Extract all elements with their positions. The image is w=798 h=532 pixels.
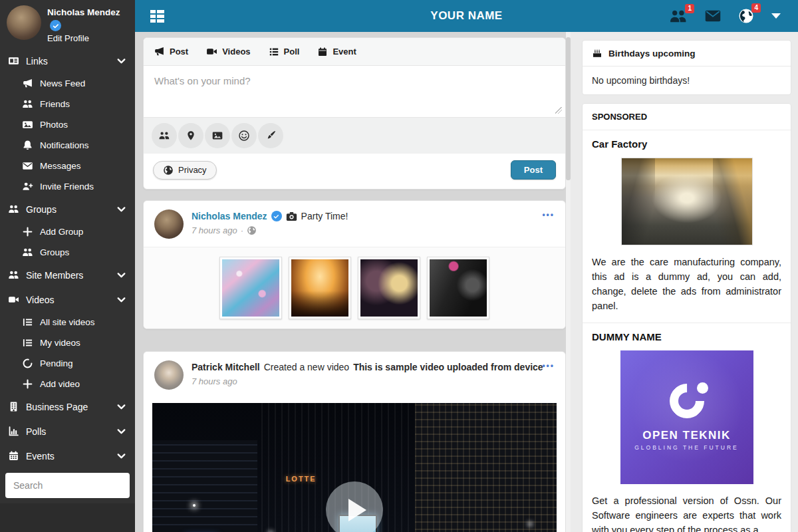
sidebar-item-add-group[interactable]: Add Group [0,221,135,242]
sidebar-item-photos[interactable]: Photos [0,114,135,135]
calendar-icon [317,47,328,57]
feed-scrollbar[interactable] [566,32,571,532]
section-label: Business Page [26,402,88,412]
sidebar-section-polls[interactable]: Polls [0,419,135,444]
ad-title[interactable]: Car Factory [583,130,791,155]
sidebar-item-news-feed[interactable]: News Feed [0,73,135,94]
sidebar-section-videos[interactable]: Videos [0,287,135,312]
right-sidebar: Birthdays upcoming No upcoming birthdays… [571,32,798,532]
add-location-button[interactable] [178,123,203,148]
post-author-avatar[interactable] [154,360,184,390]
friend-requests-icon[interactable]: 1 [669,9,688,23]
post-photo-2[interactable] [289,257,351,319]
sidebar-item-all-site-videos[interactable]: All site videos [0,312,135,332]
verified-badge-icon [271,211,282,221]
submit-post-button[interactable]: Post [511,160,556,180]
logo-title: OPEN TEKNIK [642,429,731,442]
tab-videos[interactable]: Videos [206,46,250,57]
video-camera-icon [8,294,19,305]
privacy-label: Privacy [178,165,207,175]
post-video-title[interactable]: This is sample video uploaded from devic… [353,362,543,372]
globe-privacy-icon [247,225,257,235]
composer-toolbar [144,117,565,154]
post-author-avatar[interactable] [154,209,184,239]
tab-event[interactable]: Event [317,46,356,57]
globe-icon [163,165,174,176]
sidebar-menu: Links News Feed Friends Photos Notificat… [0,49,135,468]
profile-summary: Nicholas Mendez Edit Profile [0,0,135,46]
post-photo-4[interactable] [427,257,489,319]
tab-poll[interactable]: Poll [269,46,300,57]
sidebar-item-notifications[interactable]: Notifications [0,135,135,156]
post-options-button[interactable]: ••• [542,361,555,370]
list-icon [22,337,33,348]
post-photo-1[interactable] [219,257,282,319]
section-label: Site Members [26,270,83,281]
sidebar-item-groups[interactable]: Groups [0,242,135,263]
ad-image-open-teknik[interactable]: OPEN TEKNIK GLOBLING THE FUTURE [620,350,753,484]
post-author-link[interactable]: Nicholas Mendez [192,211,267,221]
person-plus-icon [22,181,33,192]
sidebar-item-add-video[interactable]: Add video [0,374,135,394]
pending-spinner-icon [22,358,33,369]
photos-icon [22,119,33,130]
location-pin-icon [186,130,196,141]
add-photo-button[interactable] [205,123,230,148]
draw-brush-button[interactable] [258,123,283,148]
sidebar-item-my-videos[interactable]: My videos [0,332,135,353]
sidebar-section-links[interactable]: Links [0,49,135,73]
section-label: Groups [26,204,57,215]
item-label: Notifications [40,140,89,150]
tag-friends-button[interactable] [152,123,177,148]
photo-icon [211,130,223,142]
status-input[interactable] [144,66,565,117]
play-button[interactable] [326,481,383,532]
ad-title[interactable]: DUMMY NAME [583,323,791,348]
add-emoji-button[interactable] [231,123,257,148]
post-photo-3[interactable] [358,257,420,319]
video-thumbnail[interactable]: LOTTE [152,403,557,532]
section-label: Events [26,451,55,462]
sidebar-section-business-page[interactable]: Business Page [0,394,135,419]
megaphone-icon [154,46,165,57]
post-author-link[interactable]: Patrick Mitchell [192,362,260,372]
topbar: YOUR NAME 1 4 [135,0,798,32]
textarea-resize-handle[interactable] [555,107,562,114]
profile-name[interactable]: Nicholas Mendez [47,7,120,17]
item-label: My videos [40,338,80,348]
item-label: Photos [40,120,68,130]
sidebar-item-pending[interactable]: Pending [0,353,135,374]
ad-description: We are the care manufacturing company, t… [583,249,791,323]
chevron-down-icon [116,269,127,281]
calendar-icon [8,450,19,462]
video-camera-icon [206,46,217,57]
sidebar-section-site-members[interactable]: Site Members [0,263,135,287]
messages-icon[interactable] [705,10,721,22]
post-options-button[interactable]: ••• [542,210,555,219]
brush-icon [265,130,277,142]
smiley-icon [238,130,250,142]
sidebar-item-friends[interactable]: Friends [0,94,135,114]
tab-post[interactable]: Post [154,46,188,57]
privacy-selector-button[interactable]: Privacy [153,161,217,180]
sidebar-footer [0,503,135,532]
sidebar-search-input[interactable] [5,473,130,498]
profile-avatar[interactable] [7,5,41,40]
item-label: Groups [40,247,69,257]
account-dropdown-caret[interactable] [771,13,781,19]
notifications-globe-icon[interactable]: 4 [738,8,754,24]
street-lights [193,504,196,507]
sidebar-item-messages[interactable]: Messages [0,156,135,176]
ad-image-car-factory[interactable] [621,158,753,245]
sponsored-widget: SPONSORED Car Factory We are the care ma… [582,103,791,532]
notifications-badge: 4 [751,3,761,13]
sidebar-section-groups[interactable]: Groups [0,197,135,221]
feed-post-1: Nicholas Mendez Party Time! 7 hours ago … [143,200,566,329]
menu-grid-icon[interactable] [150,9,165,23]
item-label: Messages [40,161,81,171]
sidebar-item-invite-friends[interactable]: Invite Friends [0,176,135,197]
sidebar-section-events[interactable]: Events [0,444,135,468]
edit-profile-link[interactable]: Edit Profile [47,33,120,43]
list-icon [269,47,279,57]
chevron-down-icon [116,401,127,412]
